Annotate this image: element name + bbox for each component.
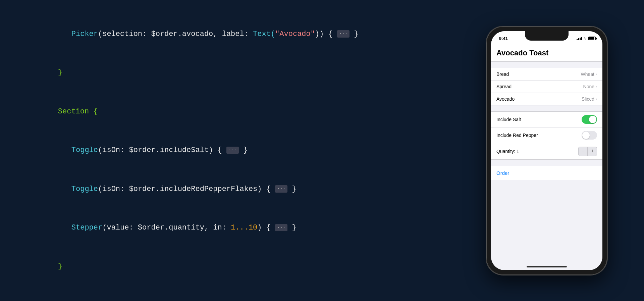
- code-line-9: Toggle(isOn: $order.includeRedPepperFlak…: [27, 170, 456, 209]
- order-button[interactable]: Order: [491, 166, 602, 180]
- phone-device: 9:41 ∿ Avocado Toast: [486, 27, 607, 275]
- battery-icon: [588, 37, 596, 40]
- nav-bar: Avocado Toast: [491, 46, 602, 62]
- stepper-increment-button[interactable]: +: [588, 147, 597, 156]
- toggle-include-red-pepper[interactable]: [582, 131, 597, 140]
- code-line-11: }: [27, 247, 456, 286]
- stepper-quantity: − +: [578, 147, 597, 156]
- code-line-5: Picker(selection: $order.avocado, label:…: [27, 15, 456, 54]
- form-label-avocado: Avocado: [496, 96, 515, 102]
- page-title: Avocado Toast: [496, 49, 597, 57]
- wifi-icon: ∿: [584, 36, 587, 41]
- signal-icon: [577, 37, 582, 40]
- toggle-include-salt[interactable]: [582, 115, 597, 124]
- status-time: 9:41: [499, 36, 508, 41]
- code-line-6: }: [27, 54, 456, 93]
- form-row-include-red-pepper: Include Red Pepper: [491, 128, 602, 143]
- code-line-10: Stepper(value: $order.quantity, in: 1...…: [27, 209, 456, 248]
- code-line-8: Toggle(isOn: $order.includeSalt) { ··· }: [27, 131, 456, 170]
- form-row-bread[interactable]: Bread Wheat ›: [491, 68, 602, 81]
- screen-content: Bread Wheat › Spread None › Avocado: [491, 62, 602, 270]
- form-label-quantity: Quantity: 1: [496, 149, 519, 154]
- stepper-decrement-button[interactable]: −: [578, 147, 588, 156]
- form-label-include-salt: Include Salt: [496, 117, 521, 122]
- code-line-7: Section {: [27, 92, 456, 131]
- form-section-1: Bread Wheat › Spread None › Avocado: [491, 68, 602, 105]
- code-line-12: Section {: [27, 286, 456, 301]
- form-value-spread: None ›: [583, 84, 597, 89]
- phone-wrapper: 9:41 ∿ Avocado Toast: [476, 27, 617, 275]
- chevron-right-icon: ›: [596, 84, 597, 89]
- chevron-right-icon: ›: [596, 72, 597, 77]
- form-row-quantity: Quantity: 1 − +: [491, 143, 602, 159]
- form-value-bread: Wheat ›: [581, 71, 597, 77]
- form-section-2: Include Salt Include Red Pepper Quantity…: [491, 111, 602, 160]
- form-label-spread: Spread: [496, 84, 512, 89]
- home-indicator: [527, 266, 567, 267]
- form-row-spread[interactable]: Spread None ›: [491, 81, 602, 93]
- form-value-avocado: Sliced ›: [582, 96, 597, 102]
- form-label-bread: Bread: [496, 71, 509, 77]
- form-label-include-red-pepper: Include Red Pepper: [496, 133, 538, 138]
- chevron-right-icon: ›: [596, 97, 597, 101]
- phone-notch: [525, 31, 569, 41]
- code-panel: Form { Section { Picker(selection: $orde…: [27, 0, 456, 301]
- form-row-include-salt: Include Salt: [491, 112, 602, 128]
- phone-screen: 9:41 ∿ Avocado Toast: [491, 31, 602, 270]
- code-line-4: Picker(selection: $order.spread, label: …: [27, 0, 456, 15]
- form-row-avocado[interactable]: Avocado Sliced ›: [491, 93, 602, 105]
- status-icons: ∿: [577, 36, 596, 41]
